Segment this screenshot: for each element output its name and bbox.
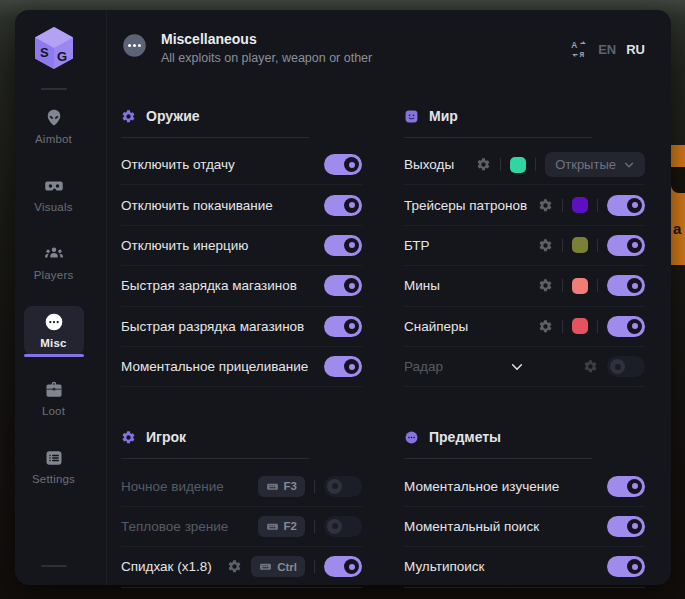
setting-row: Быстрая зарядка магазинов — [121, 266, 362, 306]
color-swatch[interactable] — [572, 197, 588, 213]
gear-icon — [121, 430, 136, 445]
keybind-badge[interactable]: Ctrl — [251, 556, 305, 577]
gear-icon[interactable] — [538, 319, 553, 334]
row-controls — [607, 476, 645, 497]
sidebar: S G AimbotVisualsPlayersMiscLootSettings — [15, 10, 107, 585]
sidebar-item-players[interactable]: Players — [24, 238, 84, 287]
gear-icon[interactable] — [476, 157, 491, 172]
toggle-switch[interactable] — [324, 195, 362, 216]
setting-row: Радар — [404, 347, 645, 387]
sidebar-item-settings[interactable]: Settings — [24, 442, 84, 491]
toggle-switch[interactable] — [324, 516, 362, 537]
toggle-switch[interactable] — [324, 275, 362, 296]
content-area: Miscellaneous All exploits on player, we… — [107, 10, 671, 585]
keyboard-icon — [259, 560, 272, 573]
row-controls — [607, 516, 645, 537]
setting-label: Трейсеры патронов — [404, 198, 527, 213]
desktop-background: а S G AimbotVisualsPlayersMiscLootSettin… — [0, 0, 685, 599]
row-controls: F2 — [258, 516, 362, 537]
control-divider — [314, 560, 315, 573]
sidebar-item-visuals[interactable]: Visuals — [24, 170, 84, 219]
toggle-switch[interactable] — [607, 476, 645, 497]
ellipsis-icon — [44, 312, 64, 332]
gear-icon[interactable] — [538, 198, 553, 213]
toggle-switch[interactable] — [607, 235, 645, 256]
color-swatch[interactable] — [572, 237, 588, 253]
sidebar-item-label: Players — [34, 269, 74, 281]
section-title: Мир — [429, 108, 458, 124]
color-swatch[interactable] — [572, 278, 588, 294]
toggle-switch[interactable] — [324, 356, 362, 377]
toggle-switch[interactable] — [324, 316, 362, 337]
row-controls — [324, 195, 362, 216]
setting-label: Отключить покачивание — [121, 198, 273, 213]
dropdown[interactable]: Открытые — [545, 152, 645, 177]
svg-text:я: я — [580, 50, 585, 59]
color-swatch[interactable] — [572, 318, 588, 334]
row-controls: F3 — [258, 476, 362, 497]
page-header: Miscellaneous All exploits on player, we… — [121, 10, 645, 65]
toggle-switch[interactable] — [607, 556, 645, 577]
row-controls — [324, 356, 362, 377]
keyboard-icon — [266, 520, 279, 533]
control-divider — [314, 520, 315, 533]
vr-goggles-icon — [44, 176, 64, 196]
sidebar-item-label: Misc — [40, 337, 66, 349]
toggle-switch[interactable] — [607, 356, 645, 377]
section-underline — [404, 137, 592, 138]
players-icon — [44, 244, 64, 264]
toggle-switch[interactable] — [607, 275, 645, 296]
keybind-badge[interactable]: F2 — [258, 516, 305, 537]
sidebar-item-aimbot[interactable]: Aimbot — [24, 102, 84, 151]
svg-text:A: A — [571, 41, 577, 50]
toggle-knob — [627, 479, 642, 494]
setting-row: Мины — [404, 266, 645, 306]
toggle-switch[interactable] — [607, 316, 645, 337]
toggle-switch[interactable] — [324, 154, 362, 175]
section-title: Игрок — [146, 429, 186, 445]
toggle-knob — [344, 198, 359, 213]
color-swatch[interactable] — [510, 157, 526, 173]
setting-label: БТР — [404, 238, 430, 253]
briefcase-icon — [44, 380, 64, 400]
sidebar-item-misc[interactable]: Misc — [24, 306, 84, 355]
translate-icon[interactable]: A я — [570, 40, 588, 58]
control-divider — [562, 199, 563, 212]
toggle-knob — [627, 198, 642, 213]
gear-icon[interactable] — [227, 559, 242, 574]
row-controls — [324, 235, 362, 256]
keybind-text: Ctrl — [277, 561, 297, 573]
lang-en-button[interactable]: EN — [598, 42, 616, 57]
toggle-switch[interactable] — [324, 556, 362, 577]
settings-section: ПредметыМоментальное изучениеМоментальны… — [404, 427, 645, 587]
setting-label: Быстрая зарядка магазинов — [121, 278, 297, 293]
setting-row: БТР — [404, 226, 645, 266]
gear-icon[interactable] — [538, 278, 553, 293]
world-icon — [404, 109, 419, 124]
toggle-switch[interactable] — [607, 516, 645, 537]
setting-label: Моментальное изучение — [404, 479, 559, 494]
setting-label: Снайперы — [404, 319, 468, 334]
setting-row: Снайперы — [404, 307, 645, 347]
setting-row: Тепловое зрениеF2 — [121, 507, 362, 547]
setting-label: Радар — [404, 359, 443, 374]
header-titles: Miscellaneous All exploits on player, we… — [161, 31, 372, 65]
toggle-switch[interactable] — [607, 195, 645, 216]
chevron-down-icon[interactable] — [510, 359, 525, 374]
setting-label: Отключить отдачу — [121, 157, 235, 172]
setting-label: Моментальное прицеливание — [121, 359, 308, 374]
row-controls — [583, 356, 645, 377]
toggle-knob — [327, 479, 342, 494]
keyboard-icon — [266, 480, 279, 493]
toggle-switch[interactable] — [324, 476, 362, 497]
sidebar-item-loot[interactable]: Loot — [24, 374, 84, 423]
gear-icon[interactable] — [538, 238, 553, 253]
setting-row: Спидхак (x1.8)Ctrl — [121, 547, 362, 587]
gear-icon[interactable] — [583, 359, 598, 374]
keybind-badge[interactable]: F3 — [258, 476, 305, 497]
sidebar-divider-top — [41, 88, 67, 90]
toggle-switch[interactable] — [324, 235, 362, 256]
row-controls: Ctrl — [227, 556, 362, 577]
control-divider — [500, 158, 501, 171]
lang-ru-button[interactable]: RU — [626, 42, 645, 57]
